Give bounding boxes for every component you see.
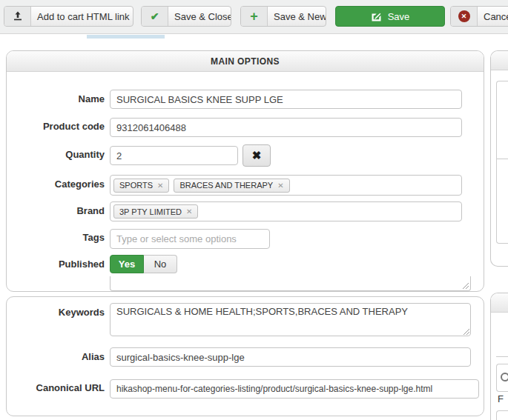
side-panel-box	[496, 410, 508, 420]
product-code-input[interactable]	[110, 118, 462, 137]
side-panel-button	[496, 364, 508, 392]
side-panel-fragment-bottom: F	[490, 293, 508, 420]
seo-panel: Keywords SURGICALS & HOME HEALTH;SPORTS,…	[6, 296, 484, 416]
upload-icon	[4, 7, 31, 26]
keywords-textarea[interactable]: SURGICALS & HOME HEALTH;SPORTS,BRACES AN…	[110, 303, 471, 336]
button-label: Save	[388, 11, 410, 22]
category-chip: BRACES AND THERAPY ✕	[174, 179, 289, 193]
canonical-url-input[interactable]	[110, 379, 479, 399]
active-tab-indicator[interactable]	[87, 35, 165, 39]
plus-icon: +	[241, 7, 268, 26]
quantity-input[interactable]	[110, 146, 238, 165]
published-label: Published	[7, 258, 105, 271]
category-chip: SPORTS ✕	[113, 179, 169, 193]
quantity-label: Quantity	[7, 148, 105, 161]
categories-field[interactable]: SPORTS ✕ BRACES AND THERAPY ✕	[110, 175, 462, 196]
cancel-button[interactable]: ✕ Cancel	[450, 6, 508, 27]
published-toggle: Yes No	[110, 255, 177, 273]
cancel-icon: ✕	[451, 7, 478, 26]
quantity-clear-button[interactable]: ✖	[243, 144, 271, 167]
product-code-label: Product code	[7, 120, 105, 133]
side-panel-header	[491, 293, 508, 313]
tags-label: Tags	[7, 231, 105, 244]
alias-label: Alias	[7, 350, 105, 364]
side-panel-fragment-top	[490, 50, 508, 267]
keywords-label: Keywords	[7, 306, 105, 319]
clear-x-icon: ✖	[252, 149, 262, 162]
tags-input[interactable]	[110, 229, 270, 249]
side-panel-partial-text: F	[498, 393, 504, 404]
save-button[interactable]: Save	[335, 6, 445, 27]
clipped-textarea[interactable]	[110, 276, 471, 291]
check-icon: ✔	[142, 7, 168, 26]
categories-label: Categories	[7, 178, 105, 191]
button-label: Save & New	[268, 7, 326, 26]
side-panel-box	[496, 81, 508, 244]
save-and-new-button[interactable]: + Save & New	[240, 6, 326, 27]
circle-icon	[501, 373, 508, 381]
name-input[interactable]	[110, 90, 462, 109]
remove-tag-icon[interactable]: ✕	[186, 207, 192, 216]
published-yes-button[interactable]: Yes	[110, 255, 144, 273]
brand-chip: 3P PTY LIMITED ✕	[113, 204, 198, 219]
remove-tag-icon[interactable]: ✕	[277, 181, 283, 190]
remove-tag-icon[interactable]: ✕	[157, 181, 163, 190]
published-no-button[interactable]: No	[144, 255, 177, 273]
main-options-panel: MAIN OPTIONS Name Product code Quantity …	[6, 50, 484, 292]
brand-label: Brand	[7, 204, 105, 218]
button-label: Add to cart HTML link	[31, 7, 133, 26]
add-to-cart-html-link-button[interactable]: Add to cart HTML link	[4, 6, 133, 27]
canonical-url-label: Canonical URL	[7, 381, 105, 395]
toolbar: Add to cart HTML link ✔ Save & Close + S…	[0, 0, 508, 34]
resize-handle[interactable]	[462, 282, 469, 289]
button-label: Save & Close	[168, 7, 231, 26]
save-and-close-button[interactable]: ✔ Save & Close	[141, 6, 231, 27]
panel-title: MAIN OPTIONS	[7, 51, 484, 72]
brand-field[interactable]: 3P PTY LIMITED ✕	[110, 201, 462, 221]
save-icon	[371, 11, 382, 22]
button-label: Cancel	[478, 7, 508, 26]
divider	[497, 159, 508, 159]
alias-input[interactable]	[110, 347, 471, 367]
divider	[496, 356, 508, 357]
side-panel-header	[491, 51, 508, 70]
name-label: Name	[7, 93, 105, 106]
